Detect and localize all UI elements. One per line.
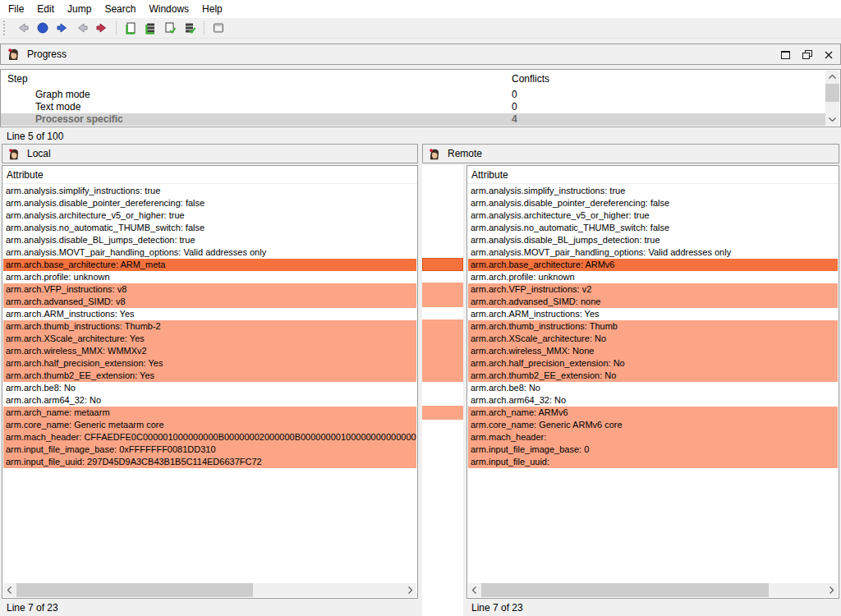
- attribute-row[interactable]: arm.arch.profile: unknown: [468, 271, 838, 283]
- scroll-left-icon[interactable]: [3, 583, 16, 597]
- attribute-row[interactable]: arm.arch.be8: No: [468, 382, 838, 394]
- nav-back-icon[interactable]: [13, 20, 33, 36]
- attribute-row[interactable]: arm.analysis.architecture_v5_or_higher: …: [468, 209, 838, 222]
- attribute-row[interactable]: arm.mach_header: CFFAEDFE0C0000010000000…: [3, 431, 416, 444]
- diff-block: [422, 406, 463, 420]
- attribute-row[interactable]: arm.mach_header:: [468, 431, 838, 444]
- new-window-icon[interactable]: [209, 20, 228, 36]
- attribute-row[interactable]: arm.arch.VFP_instructions: v8: [3, 283, 416, 296]
- jump-forward-icon[interactable]: [92, 20, 112, 36]
- merge-gutter: [422, 165, 463, 616]
- attribute-row[interactable]: arm.analysis.disable_BL_jumps_detection:…: [468, 234, 838, 246]
- attribute-row[interactable]: arm.analysis.no_automatic_THUMB_switch: …: [3, 222, 416, 234]
- scrollbar-thumb[interactable]: [16, 583, 253, 597]
- jump-back-icon[interactable]: [72, 20, 92, 36]
- merge-steps-table: Step Conflicts Graph mode 0 Text mode 0 …: [0, 69, 841, 127]
- attribute-row[interactable]: arm.input_file_uuid: 297D45D9A3CB43B1B5C…: [3, 456, 416, 468]
- attribute-row[interactable]: arm.arch.arm64_32: No: [468, 394, 838, 407]
- attribute-row[interactable]: arm.analysis.simplify_instructions: true: [3, 185, 416, 197]
- attribute-row[interactable]: arm.arch.wireless_MMX: WMMXv2: [3, 345, 416, 357]
- attribute-row[interactable]: arm.arch.thumb2_EE_extension: Yes: [3, 370, 416, 382]
- attribute-row[interactable]: arm.arch.arm64_32: No: [3, 394, 416, 407]
- conflict-count: 0: [512, 89, 517, 101]
- attribute-row[interactable]: arm.arch.profile: unknown: [3, 271, 416, 283]
- attribute-row[interactable]: arm.analysis.MOVT_pair_handling_options:…: [3, 246, 416, 259]
- step-row[interactable]: Text mode 0: [1, 101, 826, 113]
- step-column-header[interactable]: Step: [7, 73, 28, 85]
- steps-vertical-scrollbar[interactable]: [825, 71, 839, 126]
- conflict-count: 0: [512, 101, 517, 113]
- attribute-row[interactable]: arm.analysis.disable_pointer_dereferenci…: [3, 197, 416, 209]
- remote-rows: arm.analysis.simplify_instructions: true…: [468, 185, 838, 468]
- nav-forward-icon[interactable]: [53, 20, 72, 36]
- ida-lady-icon: [7, 48, 20, 61]
- validate-file-icon[interactable]: [160, 20, 180, 36]
- validate-database-icon[interactable]: [180, 20, 200, 36]
- menu-item[interactable]: Windows: [142, 0, 195, 18]
- close-icon[interactable]: [823, 49, 834, 60]
- attribute-row[interactable]: arm.analysis.disable_BL_jumps_detection:…: [3, 234, 416, 246]
- attribute-row[interactable]: arm.arch.XScale_architecture: No: [468, 333, 838, 345]
- conflicts-column-header[interactable]: Conflicts: [512, 73, 549, 85]
- attribute-column-header[interactable]: Attribute: [2, 166, 417, 184]
- attribute-row[interactable]: arm.arch.base_architecture: ARM_meta: [3, 259, 416, 271]
- menu-item[interactable]: Jump: [61, 0, 98, 18]
- attribute-row[interactable]: arm.arch.half_precision_extension: Yes: [3, 357, 416, 370]
- attribute-row[interactable]: arm.input_file_image_base: 0: [468, 444, 838, 456]
- scrollbar-thumb[interactable]: [825, 84, 839, 102]
- menu-item[interactable]: Edit: [30, 0, 61, 18]
- toolbar-separator: [204, 21, 205, 35]
- attribute-column-header[interactable]: Attribute: [467, 166, 839, 184]
- attribute-row[interactable]: arm.arch.advansed_SIMD: none: [468, 296, 838, 308]
- menu-item[interactable]: File: [2, 0, 30, 18]
- maximize-button[interactable]: [779, 49, 791, 60]
- toolbar: [0, 18, 841, 39]
- attribute-row[interactable]: arm.arch.advansed_SIMD: v8: [3, 296, 416, 308]
- step-row[interactable]: Graph mode 0: [1, 89, 826, 101]
- attribute-row[interactable]: arm.arch_name: metaarm: [3, 407, 416, 419]
- scroll-up-icon[interactable]: [825, 71, 839, 83]
- attribute-row[interactable]: arm.arch.thumb_instructions: Thumb: [468, 320, 838, 333]
- attribute-row[interactable]: arm.core_name: Generic metaarm core: [3, 419, 416, 431]
- attribute-row[interactable]: arm.analysis.no_automatic_THUMB_switch: …: [468, 222, 838, 234]
- scroll-left-icon[interactable]: [468, 583, 480, 597]
- scroll-down-icon[interactable]: [825, 113, 839, 126]
- restore-button[interactable]: [802, 49, 813, 60]
- step-name: Graph mode: [1, 89, 90, 100]
- attribute-row[interactable]: arm.input_file_uuid:: [468, 456, 838, 468]
- progress-titlebar: Progress: [0, 44, 841, 65]
- load-database-icon[interactable]: [140, 20, 160, 36]
- stop-circle-icon[interactable]: [33, 20, 53, 36]
- menu-item[interactable]: Help: [195, 0, 229, 18]
- attribute-row[interactable]: arm.arch.ARM_instructions: Yes: [468, 308, 838, 320]
- load-file-icon[interactable]: [121, 20, 140, 36]
- scroll-right-icon[interactable]: [825, 583, 838, 597]
- toolbar-grip-handle[interactable]: [3, 21, 8, 35]
- menu-bar: FileEditJumpSearchWindowsHelp: [0, 0, 841, 18]
- attribute-row[interactable]: arm.analysis.simplify_instructions: true: [468, 185, 838, 197]
- attribute-row[interactable]: arm.arch.VFP_instructions: v2: [468, 283, 838, 296]
- attribute-row[interactable]: arm.arch.be8: No: [3, 382, 416, 394]
- scrollbar-thumb[interactable]: [481, 583, 769, 597]
- ida-lady-icon: [7, 148, 20, 160]
- attribute-row[interactable]: arm.arch.thumb_instructions: Thumb-2: [3, 320, 416, 333]
- local-horizontal-scrollbar[interactable]: [3, 583, 416, 597]
- step-row[interactable]: Processor specific 4: [1, 113, 826, 126]
- scroll-right-icon[interactable]: [404, 583, 416, 597]
- local-line-status: Line 7 of 23: [7, 602, 58, 614]
- remote-horizontal-scrollbar[interactable]: [468, 583, 838, 597]
- attribute-row[interactable]: arm.arch.thumb2_EE_extension: No: [468, 370, 838, 382]
- attribute-row[interactable]: arm.arch.base_architecture: ARMv6: [468, 259, 838, 271]
- attribute-row[interactable]: arm.core_name: Generic ARMv6 core: [468, 419, 838, 431]
- attribute-row[interactable]: arm.arch_name: ARMv6: [468, 407, 838, 419]
- attribute-row[interactable]: arm.arch.wireless_MMX: None: [468, 345, 838, 357]
- attribute-row[interactable]: arm.analysis.disable_pointer_dereferenci…: [468, 197, 838, 209]
- attribute-row[interactable]: arm.input_file_image_base: 0xFFFFFFF0081…: [3, 444, 416, 456]
- attribute-row[interactable]: arm.arch.half_precision_extension: No: [468, 357, 838, 370]
- attribute-row[interactable]: arm.arch.XScale_architecture: Yes: [3, 333, 416, 345]
- attribute-row[interactable]: arm.arch.ARM_instructions: Yes: [3, 308, 416, 320]
- attribute-row[interactable]: arm.analysis.MOVT_pair_handling_options:…: [468, 246, 838, 259]
- remote-attribute-list: Attribute arm.analysis.simplify_instruct…: [466, 165, 839, 599]
- attribute-row[interactable]: arm.analysis.architecture_v5_or_higher: …: [3, 209, 416, 222]
- menu-item[interactable]: Search: [98, 0, 142, 18]
